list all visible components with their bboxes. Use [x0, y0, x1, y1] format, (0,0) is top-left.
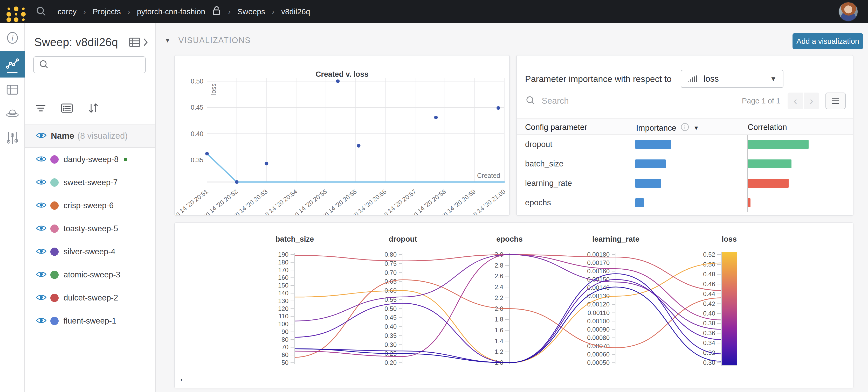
breadcrumb-sweep-id[interactable]: v8dil26q: [281, 7, 310, 16]
breadcrumb: carey › Projects › pytorch-cnn-fashion ›…: [58, 6, 310, 18]
info-icon: i: [6, 31, 19, 45]
wandb-logo-icon[interactable]: [6, 3, 27, 20]
run-name-link[interactable]: toasty-sweep-5: [64, 224, 118, 233]
add-visualization-button[interactable]: Add a visualization: [793, 33, 863, 49]
run-name-link[interactable]: crisp-sweep-6: [64, 201, 114, 210]
svg-text:0.48: 0.48: [703, 271, 715, 277]
created-vs-loss-chart[interactable]: 0.500.450.400.35Jan 14 '20 20:51Jan 14 '…: [175, 56, 509, 215]
svg-text:batch_size: batch_size: [276, 235, 314, 243]
svg-text:0.70: 0.70: [384, 269, 397, 276]
visibility-eye-icon[interactable]: [36, 293, 46, 302]
run-row[interactable]: dulcet-sweep-2: [25, 286, 155, 309]
breadcrumb-projects[interactable]: Projects: [93, 7, 121, 16]
runs-search-input[interactable]: [33, 56, 146, 73]
run-name-link[interactable]: sweet-sweep-7: [64, 178, 118, 187]
run-row[interactable]: silver-sweep-4: [25, 240, 155, 263]
visibility-eye-icon[interactable]: [36, 155, 46, 164]
importance-search-input[interactable]: Search: [541, 96, 569, 106]
rail-table-button[interactable]: [0, 78, 25, 102]
svg-text:0.35: 0.35: [191, 156, 204, 164]
svg-text:180: 180: [278, 259, 288, 266]
svg-text:0.36: 0.36: [703, 329, 715, 336]
svg-text:0.00120: 0.00120: [587, 301, 610, 308]
importance-bar: [635, 140, 671, 149]
rail-overview-button[interactable]: i: [0, 27, 25, 50]
breadcrumb-user[interactable]: carey: [58, 7, 76, 16]
importance-table-row[interactable]: epochs: [517, 193, 853, 212]
svg-text:1.2: 1.2: [495, 348, 503, 355]
visibility-eye-icon[interactable]: [36, 224, 46, 233]
svg-text:160: 160: [278, 274, 288, 281]
run-name-link[interactable]: dandy-sweep-8: [64, 155, 119, 164]
table-icon: [6, 84, 19, 96]
page-indicator: Page 1 of 1: [742, 97, 780, 105]
svg-text:0.00090: 0.00090: [587, 326, 610, 333]
config-parameter-column-header[interactable]: Config parameter: [525, 123, 587, 132]
svg-text:0.38: 0.38: [703, 320, 715, 327]
visibility-eye-icon[interactable]: [36, 131, 46, 140]
svg-text:1.8: 1.8: [495, 316, 503, 323]
correlation-column-header[interactable]: Correlation: [748, 123, 787, 132]
metric-select-dropdown[interactable]: loss ▼: [681, 70, 783, 88]
importance-table-row[interactable]: batch_size: [517, 154, 853, 173]
sort-icon[interactable]: [87, 102, 99, 115]
run-color-dot: [50, 248, 59, 256]
next-page-button[interactable]: ›: [804, 93, 819, 109]
run-name-link[interactable]: atomic-sweep-3: [64, 270, 120, 280]
user-avatar[interactable]: [838, 2, 858, 22]
run-row[interactable]: atomic-sweep-3: [25, 263, 155, 286]
filter-icon[interactable]: [35, 103, 46, 114]
top-navigation-bar: carey › Projects › pytorch-cnn-fashion ›…: [0, 0, 868, 23]
importance-panel-title: Parameter importance with respect to: [525, 74, 672, 84]
correlation-bar: [748, 159, 792, 168]
visualizations-section-header[interactable]: ▼ VISUALIZATIONS: [164, 36, 251, 45]
svg-text:1.6: 1.6: [495, 327, 503, 334]
collapse-caret-icon: ▼: [164, 37, 171, 44]
parallel-coordinates-chart[interactable]: batch_size190180170160150140130120110100…: [175, 223, 853, 388]
run-row[interactable]: crisp-sweep-6: [25, 194, 155, 217]
run-row[interactable]: toasty-sweep-5: [25, 217, 155, 240]
prev-page-button[interactable]: ‹: [787, 93, 803, 109]
visibility-eye-icon[interactable]: [36, 178, 46, 187]
importance-table-row[interactable]: dropout: [517, 135, 853, 154]
global-search-icon[interactable]: [35, 5, 47, 18]
visualizations-label: VISUALIZATIONS: [179, 36, 251, 45]
breadcrumb-sweeps[interactable]: Sweeps: [237, 7, 265, 16]
run-name-link[interactable]: silver-sweep-4: [64, 247, 116, 256]
info-icon[interactable]: [680, 123, 689, 133]
run-name-link[interactable]: dulcet-sweep-2: [64, 293, 118, 302]
rail-charts-button[interactable]: [0, 51, 25, 77]
breadcrumb-project[interactable]: pytorch-cnn-fashion: [137, 7, 205, 16]
svg-text:0.44: 0.44: [703, 290, 715, 297]
run-color-dot: [50, 155, 59, 164]
run-row[interactable]: dandy-sweep-8: [25, 148, 155, 171]
run-row[interactable]: fluent-sweep-1: [25, 309, 155, 332]
visibility-eye-icon[interactable]: [36, 247, 46, 256]
rail-sweep-button[interactable]: [0, 102, 25, 126]
list-settings-icon[interactable]: [61, 103, 73, 114]
svg-text:0.00060: 0.00060: [587, 351, 610, 358]
run-name-link[interactable]: fluent-sweep-1: [64, 316, 116, 326]
visibility-eye-icon[interactable]: [36, 317, 46, 325]
svg-text:150: 150: [278, 282, 288, 289]
run-list-header-label: Name: [51, 131, 74, 141]
run-color-dot: [50, 271, 59, 279]
svg-text:0.46: 0.46: [703, 281, 715, 288]
svg-text:loss: loss: [722, 235, 737, 243]
panel-menu-button[interactable]: [826, 93, 846, 109]
config-parameter-name: batch_size: [525, 159, 563, 168]
run-row[interactable]: sweet-sweep-7: [25, 171, 155, 194]
svg-text:Jan 14 '20 20:51: Jan 14 '20 20:51: [175, 188, 209, 215]
importance-column-header[interactable]: Importance: [636, 123, 676, 133]
rail-controls-button[interactable]: [0, 127, 25, 151]
visibility-eye-icon[interactable]: [36, 201, 46, 210]
visibility-eye-icon[interactable]: [36, 270, 46, 279]
importance-table-row[interactable]: learning_rate: [517, 173, 853, 193]
stray-text: ,: [180, 371, 183, 382]
run-list-header-note: (8 visualized): [77, 131, 128, 141]
breadcrumb-separator: ›: [272, 7, 275, 16]
open-runs-table-button[interactable]: [129, 37, 148, 47]
sort-desc-caret-icon[interactable]: ▼: [693, 125, 699, 131]
correlation-bar: [748, 198, 750, 207]
selected-underline: [7, 72, 18, 73]
